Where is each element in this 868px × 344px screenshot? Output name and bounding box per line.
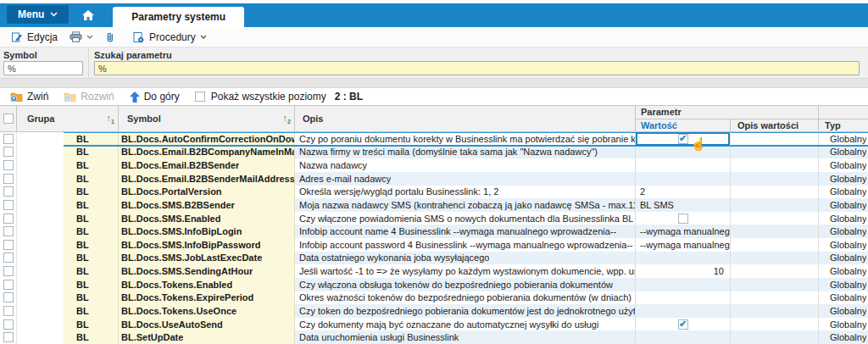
value-cell[interactable] (636, 318, 731, 331)
value-cell[interactable]: BL SMS (636, 198, 731, 212)
value-cell[interactable] (636, 252, 731, 265)
value-checkbox[interactable] (678, 319, 688, 330)
column-header-opis[interactable]: Opis (295, 106, 636, 131)
attachments-button[interactable] (99, 28, 121, 47)
row-checkbox[interactable] (3, 292, 14, 302)
menu-button[interactable]: Menu (7, 5, 69, 24)
printer-chevron-down-icon[interactable] (86, 35, 93, 39)
type-cell: Globalny (819, 225, 868, 238)
symbol-cell: BL.Docs.SMS.Enabled (119, 212, 295, 225)
top-bar: Menu Parametry systemu (0, 3, 868, 27)
expand-button-label: Rozwiń (81, 91, 114, 103)
table-row[interactable]: BL BL.Docs.Tokens.Enabled Czy włączona o… (0, 278, 868, 291)
tree-indent (17, 318, 64, 331)
value-description-cell (731, 304, 819, 318)
filter-panel: Symbol Szukaj parametru (0, 47, 868, 78)
search-filter-section: Szukaj parametru (88, 47, 868, 78)
symbol-cell: BL.Docs.Tokens.ExpirePeriod (119, 291, 295, 305)
type-cell: Globalny (819, 252, 868, 265)
column-header-wartosc[interactable]: Wartość (636, 119, 731, 132)
row-checkbox[interactable] (3, 252, 14, 263)
row-checkbox[interactable] (3, 200, 14, 210)
value-cell[interactable] (636, 304, 731, 318)
row-checkbox[interactable] (3, 306, 14, 316)
value-checkbox[interactable] (678, 214, 688, 224)
procedures-button[interactable]: Procedury (126, 28, 213, 47)
menu-chevron-down-icon (50, 12, 58, 17)
table-row[interactable]: BL BL.Docs.SMS.InfoBipLogin Infobip acco… (0, 225, 868, 238)
edit-button[interactable]: Edycja (5, 28, 64, 47)
table-row[interactable]: BL BL.Docs.SMS.B2BSender Moja nazwa nada… (0, 198, 868, 212)
table-row[interactable]: BL BL.Docs.Email.B2BSenderMailAddress Ad… (0, 172, 868, 186)
value-cell[interactable]: --wymaga manualnego wprowadzenia-- (636, 238, 731, 252)
go-top-button-label: Do góry (144, 91, 180, 103)
tab-parametry-systemu[interactable]: Parametry systemu (113, 7, 244, 27)
row-select-cell (0, 238, 17, 252)
table-row[interactable]: BL BL.Docs.SMS.Enabled Czy włączone powi… (0, 212, 868, 225)
row-checkbox[interactable] (3, 134, 14, 144)
row-checkbox[interactable] (3, 240, 14, 250)
table-row[interactable]: BL BL.Docs.Email.B2BSender Nazwa nadawcy… (0, 158, 868, 172)
row-checkbox[interactable] (3, 319, 14, 330)
value-cell[interactable] (636, 291, 731, 305)
row-checkbox[interactable] (3, 280, 14, 290)
column-header-opis-wartosci[interactable]: Opis wartości (731, 119, 819, 132)
column-header-grupa[interactable]: Grupa ↑1 (17, 106, 119, 131)
value-cell[interactable] (636, 330, 731, 344)
tree-indent (17, 278, 64, 291)
table-row[interactable]: BL BL.Docs.PortalVersion Określa wersję/… (0, 186, 868, 199)
row-checkbox[interactable] (3, 332, 14, 342)
tab-label: Parametry systemu (131, 11, 225, 23)
parameter-header-group: Parametr Wartość Opis wartości Typ (636, 106, 868, 131)
value-cell[interactable] (636, 146, 731, 159)
column-header-parametr[interactable]: Parametr (636, 106, 819, 119)
table-row[interactable]: BL BL.Docs.UseAutoSend Czy dokumenty maj… (0, 318, 868, 331)
description-cell: Infobip account name 4 Businesslink --wy… (295, 225, 636, 238)
table-row[interactable]: BL BL.SetUpDate Data uruchomienia usługi… (0, 330, 868, 344)
table-row[interactable]: BL BL.Docs.AutoConfirmCorrectionOnDownlo… (0, 132, 868, 146)
value-description-cell (731, 225, 819, 238)
column-header-typ[interactable]: Typ (819, 119, 868, 132)
home-button[interactable] (75, 5, 101, 25)
tree-toolbar: Zwiń Rozwiń Do góry Pokaż wszystkie pozi… (0, 88, 868, 105)
description-cell: Określa wersję/wygląd portalu Businessli… (295, 186, 636, 199)
row-checkbox[interactable] (3, 214, 14, 224)
value-cell[interactable] (636, 158, 731, 172)
table-row[interactable]: BL BL.Docs.SMS.InfoBipPassword Infobip a… (0, 238, 868, 252)
table-row[interactable]: BL BL.Docs.Tokens.ExpirePeriod Okres waż… (0, 291, 868, 305)
type-cell: Globalny (819, 304, 868, 318)
value-cell[interactable]: 2 (636, 186, 731, 199)
value-cell[interactable] (636, 278, 731, 291)
row-checkbox[interactable] (3, 226, 14, 236)
expand-folder-icon (64, 92, 76, 103)
table-row[interactable]: BL BL.Docs.SMS.SendingAtHour Jeśli warto… (0, 264, 868, 278)
table-row[interactable]: BL BL.Docs.SMS.JobLastExecDate Data osta… (0, 252, 868, 265)
type-cell: Globalny (819, 278, 868, 291)
table-row[interactable]: BL BL.Docs.Email.B2BCompanyNameInMailBod… (0, 146, 868, 159)
row-checkbox[interactable] (3, 174, 14, 184)
collapse-button[interactable]: Zwiń (5, 91, 53, 103)
value-cell[interactable] (636, 212, 731, 225)
value-cell[interactable]: ☝ (636, 132, 731, 146)
show-all-levels-checkbox[interactable] (195, 92, 205, 102)
value-cell[interactable]: --wymaga manualnego wprowadzenia-- (636, 225, 731, 238)
row-checkbox[interactable] (3, 147, 14, 157)
value-checkbox[interactable] (678, 134, 688, 144)
expand-button[interactable]: Rozwiń (58, 91, 119, 103)
row-checkbox[interactable] (3, 160, 14, 170)
value-cell[interactable] (636, 172, 731, 186)
search-parameter-input[interactable] (94, 61, 860, 75)
go-top-button[interactable]: Do góry (125, 91, 185, 103)
table-row[interactable]: BL BL.Docs.Tokens.UseOnce Czy token do b… (0, 304, 868, 318)
print-button[interactable] (64, 28, 99, 47)
group-cell: BL (64, 198, 119, 212)
row-select-cell (0, 278, 17, 291)
description-cell: Okres ważności tokenów do bezpośredniego… (295, 291, 636, 305)
column-header-symbol[interactable]: Symbol ↑2 (119, 106, 295, 131)
edit-button-label: Edycja (27, 31, 58, 43)
symbol-filter-input[interactable] (3, 61, 83, 75)
row-checkbox[interactable] (3, 186, 14, 197)
row-checkbox[interactable] (3, 266, 14, 276)
select-all-checkbox[interactable] (3, 114, 14, 124)
value-cell[interactable]: 10 (636, 264, 731, 278)
